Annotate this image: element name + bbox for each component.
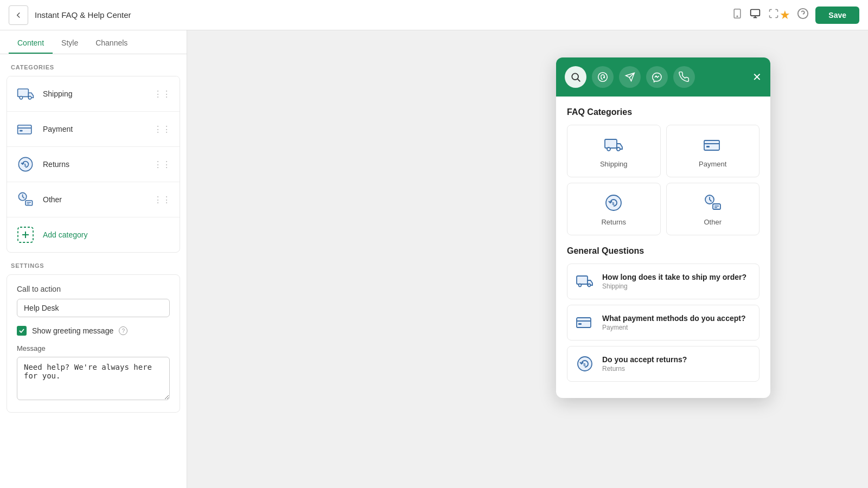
question-item-3[interactable]: $ Do you accept returns? Returns bbox=[567, 346, 760, 382]
question-title-2: What payment methods do you accept? bbox=[602, 314, 751, 323]
greeting-row: Show greeting message ? bbox=[17, 326, 170, 336]
desktop-icon[interactable] bbox=[749, 8, 761, 22]
save-button[interactable]: Save bbox=[815, 7, 859, 24]
faq-card-payment[interactable]: Payment bbox=[666, 125, 760, 177]
drag-handle-other[interactable]: ⋮⋮ bbox=[154, 195, 171, 205]
tab-bar: Content Style Channels bbox=[0, 30, 187, 54]
preview-area: ✕ FAQ Categories bbox=[187, 30, 868, 488]
settings-section: Call to action Show greeting message ? M… bbox=[0, 274, 187, 421]
main-layout: Content Style Channels CATEGORIES Shippi… bbox=[0, 30, 868, 488]
svg-line-23 bbox=[578, 79, 580, 82]
question-title-1: How long does it take to ship my order? bbox=[602, 273, 751, 281]
returns-icon: $ bbox=[16, 155, 35, 174]
page-title: Instant FAQ & Help Center bbox=[35, 10, 732, 20]
faq-categories-title: FAQ Categories bbox=[567, 107, 760, 117]
drag-handle-payment[interactable]: ⋮⋮ bbox=[154, 124, 171, 134]
faq-card-label-shipping: Shipping bbox=[600, 160, 628, 168]
question-text-3: Do you accept returns? Returns bbox=[602, 355, 751, 373]
svg-rect-12 bbox=[20, 130, 22, 132]
svg-rect-34 bbox=[713, 204, 720, 209]
svg-rect-30 bbox=[706, 146, 710, 147]
widget-body: FAQ Categories Shipping bbox=[556, 97, 770, 398]
phone-icon-btn[interactable] bbox=[673, 66, 695, 88]
svg-text:$: $ bbox=[24, 163, 26, 168]
faq-card-returns[interactable]: $ Returns bbox=[567, 183, 661, 235]
help-icon[interactable] bbox=[797, 8, 809, 23]
svg-rect-10 bbox=[18, 125, 31, 134]
general-questions-title: General Questions bbox=[567, 246, 760, 256]
svg-text:$: $ bbox=[612, 201, 615, 206]
tab-content[interactable]: Content bbox=[9, 33, 53, 54]
question-item-1[interactable]: How long does it take to ship my order? … bbox=[567, 264, 760, 299]
svg-rect-2 bbox=[751, 10, 760, 16]
svg-rect-7 bbox=[18, 89, 29, 97]
message-area: Message Need help? We're always here for… bbox=[17, 344, 170, 402]
category-item-returns[interactable]: $ Returns ⋮⋮ bbox=[7, 147, 180, 182]
faq-payment-icon bbox=[702, 134, 724, 156]
categories-list: Shipping ⋮⋮ Payment ⋮⋮ bbox=[7, 76, 180, 253]
svg-point-39 bbox=[588, 284, 591, 287]
svg-text:$: $ bbox=[583, 362, 586, 367]
back-button[interactable] bbox=[9, 5, 28, 25]
faq-card-other[interactable]: Other bbox=[666, 183, 760, 235]
drag-handle-returns[interactable]: ⋮⋮ bbox=[154, 159, 171, 170]
faq-card-label-payment: Payment bbox=[699, 160, 726, 168]
svg-point-24 bbox=[598, 73, 608, 82]
svg-point-22 bbox=[572, 73, 578, 80]
cta-input[interactable] bbox=[17, 299, 170, 317]
category-item-other[interactable]: Other ⋮⋮ bbox=[7, 182, 180, 217]
question-cat-2: Payment bbox=[602, 324, 751, 331]
mobile-icon[interactable] bbox=[732, 8, 743, 22]
whatsapp-icon-btn[interactable] bbox=[592, 66, 614, 88]
messenger-icon-btn[interactable] bbox=[646, 66, 668, 88]
add-category-icon bbox=[16, 225, 35, 245]
question-cat-3: Returns bbox=[602, 365, 751, 373]
greeting-help-icon[interactable]: ? bbox=[119, 326, 127, 335]
faq-grid: Shipping Payment bbox=[567, 125, 760, 235]
question-icon-returns: $ bbox=[575, 354, 595, 374]
svg-point-1 bbox=[737, 16, 738, 17]
svg-rect-28 bbox=[704, 140, 719, 150]
message-textarea[interactable]: Need help? We're always here for you. bbox=[17, 357, 170, 400]
svg-point-38 bbox=[579, 284, 582, 287]
settings-label: SETTINGS bbox=[0, 253, 187, 274]
faq-shipping-icon bbox=[603, 134, 624, 156]
svg-rect-40 bbox=[577, 318, 591, 328]
add-category-label: Add category bbox=[43, 230, 88, 239]
question-text-2: What payment methods do you accept? Paym… bbox=[602, 314, 751, 331]
question-cat-1: Shipping bbox=[602, 282, 751, 290]
question-title-3: Do you accept returns? bbox=[602, 355, 751, 364]
telegram-icon-btn[interactable] bbox=[619, 66, 641, 88]
widget-header: ✕ bbox=[556, 57, 770, 97]
question-item-2[interactable]: What payment methods do you accept? Paym… bbox=[567, 305, 760, 341]
tab-channels[interactable]: Channels bbox=[87, 33, 136, 54]
svg-point-8 bbox=[20, 97, 22, 99]
category-item-payment[interactable]: Payment ⋮⋮ bbox=[7, 112, 180, 147]
faq-card-label-other: Other bbox=[704, 218, 722, 226]
tab-style[interactable]: Style bbox=[53, 33, 87, 54]
fullscreen-icon[interactable] bbox=[768, 8, 780, 22]
svg-point-9 bbox=[28, 97, 31, 99]
svg-point-27 bbox=[617, 147, 620, 151]
left-panel: Content Style Channels CATEGORIES Shippi… bbox=[0, 30, 187, 488]
faq-card-label-returns: Returns bbox=[601, 218, 626, 226]
topbar: Instant FAQ & Help Center ★ Save bbox=[0, 0, 868, 30]
add-category-button[interactable]: Add category bbox=[7, 217, 180, 252]
category-name-returns: Returns bbox=[43, 160, 154, 169]
category-name-payment: Payment bbox=[43, 125, 154, 133]
question-icon-payment bbox=[575, 313, 595, 332]
shipping-icon bbox=[16, 84, 35, 104]
svg-rect-16 bbox=[25, 201, 33, 206]
star-icon[interactable]: ★ bbox=[780, 8, 790, 22]
question-text-1: How long does it take to ship my order? … bbox=[602, 273, 751, 290]
widget-header-icons bbox=[565, 66, 695, 88]
faq-card-shipping[interactable]: Shipping bbox=[567, 125, 661, 177]
search-icon-btn[interactable] bbox=[565, 66, 586, 88]
greeting-label: Show greeting message bbox=[32, 326, 113, 335]
message-label: Message bbox=[17, 344, 170, 352]
faq-returns-icon: $ bbox=[603, 192, 624, 214]
drag-handle-shipping[interactable]: ⋮⋮ bbox=[154, 89, 171, 99]
category-item-shipping[interactable]: Shipping ⋮⋮ bbox=[7, 76, 180, 112]
widget-close-button[interactable]: ✕ bbox=[752, 70, 762, 84]
greeting-checkbox[interactable] bbox=[17, 326, 27, 336]
